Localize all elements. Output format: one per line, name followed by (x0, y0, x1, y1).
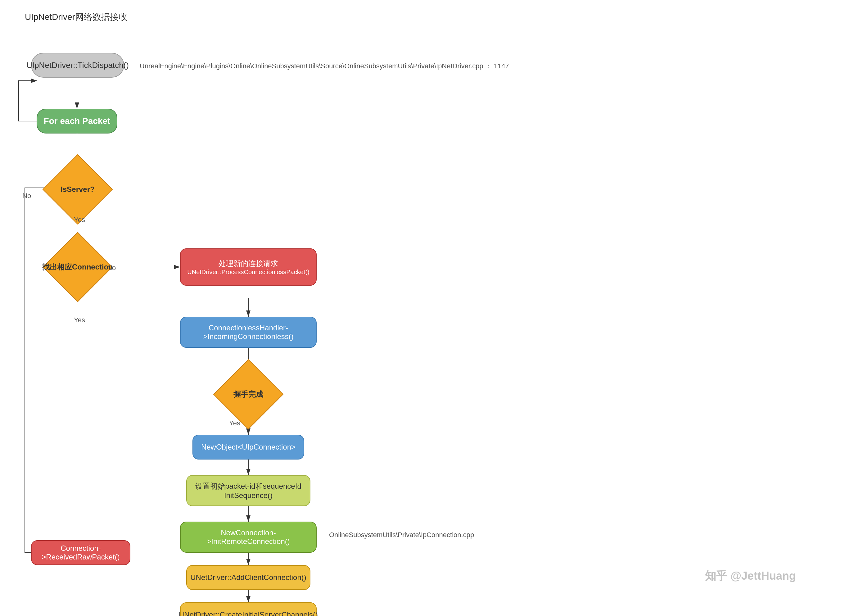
process-connectionless-box-text: 处理新的连接请求 UNetDriver::ProcessConnectionle… (187, 259, 309, 276)
diamond1-no-label: No (22, 192, 31, 200)
diamond2-no-label: No (107, 264, 116, 272)
diamond2-wrapper: 找出相应Connection (37, 242, 118, 292)
loop-box: For each Packet (37, 109, 117, 134)
new-object-box: NewObject<UIpConnection> (193, 435, 304, 459)
diamond1-wrapper: IsServer? (37, 165, 118, 214)
arrows-svg (0, 19, 858, 608)
init-sequence-text: 设置初始packet-id和sequenceId InitSequence() (195, 481, 301, 500)
create-channels-box: UNetDriver::CreateInitialServerChannels(… (180, 602, 317, 616)
init-sequence-box: 设置初始packet-id和sequenceId InitSequence() (186, 475, 311, 506)
loop-box-label: For each Packet (44, 116, 110, 126)
diamond3 (213, 359, 283, 429)
start-box: UIpNetDriver::TickDispatch() (31, 53, 124, 78)
new-object-label: NewObject<UIpConnection> (201, 443, 295, 451)
init-remote-label: NewConnection->InitRemoteConnection() (181, 529, 316, 546)
diamond2-yes-label: Yes (74, 316, 85, 324)
source-ref2: OnlineSubsystemUtils\Private\IpConnectio… (329, 531, 474, 539)
connectionless-handler-box: ConnectionlessHandler->IncomingConnectio… (180, 317, 317, 348)
diamond2 (42, 232, 113, 302)
diamond1-yes-label: Yes (74, 216, 85, 224)
start-box-label: UIpNetDriver::TickDispatch() (26, 61, 129, 70)
diamond1 (42, 154, 113, 224)
diamond3-wrapper: 握手完成 (211, 369, 286, 419)
flowchart: UIpNetDriver::TickDispatch() UnrealEngin… (0, 19, 858, 608)
process-connectionless-box: 处理新的连接请求 UNetDriver::ProcessConnectionle… (180, 248, 317, 286)
create-channels-label: UNetDriver::CreateInitialServerChannels(… (179, 610, 318, 616)
source-ref: UnrealEngine\Engine\Plugins\Online\Onlin… (140, 61, 509, 71)
received-raw-label: Connection->ReceivedRawPacket() (32, 544, 130, 562)
connectionless-handler-label: ConnectionlessHandler->IncomingConnectio… (181, 324, 316, 341)
add-client-label: UNetDriver::AddClientConnection() (190, 573, 306, 582)
watermark: 知乎 @JettHuang (705, 568, 796, 584)
received-raw-box: Connection->ReceivedRawPacket() (31, 540, 131, 565)
diamond3-yes-label: Yes (229, 419, 240, 427)
init-remote-box: NewConnection->InitRemoteConnection() (180, 522, 317, 553)
add-client-box: UNetDriver::AddClientConnection() (186, 565, 311, 590)
